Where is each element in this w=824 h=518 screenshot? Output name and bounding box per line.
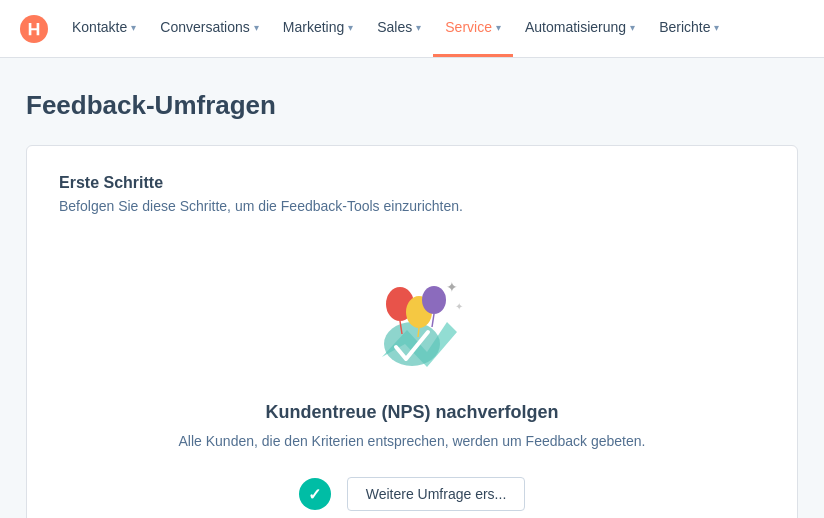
- completed-check-icon: ✓: [299, 478, 331, 510]
- nav-item-berichte[interactable]: Berichte ▾: [647, 0, 731, 57]
- nps-illustration: ✦ ✦: [352, 262, 472, 382]
- chevron-down-icon: ▾: [714, 22, 719, 33]
- card-heading: Erste Schritte: [59, 174, 765, 192]
- svg-text:✦: ✦: [446, 279, 458, 295]
- main-content: Feedback-Umfragen Erste Schritte Befolge…: [2, 58, 822, 518]
- nav-item-automatisierung[interactable]: Automatisierung ▾: [513, 0, 647, 57]
- nav-item-sales[interactable]: Sales ▾: [365, 0, 433, 57]
- nav-item-conversations[interactable]: Conversations ▾: [148, 0, 271, 57]
- card-subtext: Befolgen Sie diese Schritte, um die Feed…: [59, 198, 765, 214]
- chevron-down-icon: ▾: [348, 22, 353, 33]
- nav-menu: Kontakte ▾ Conversations ▾ Marketing ▾ S…: [60, 0, 731, 57]
- hubspot-logo[interactable]: [16, 11, 52, 47]
- svg-point-2: [384, 322, 440, 366]
- onboarding-card: Erste Schritte Befolgen Sie diese Schrit…: [26, 145, 798, 518]
- nps-description: Alle Kunden, die den Kriterien entsprech…: [179, 433, 646, 449]
- create-survey-button[interactable]: Weitere Umfrage ers...: [347, 477, 526, 511]
- chevron-down-icon: ▾: [630, 22, 635, 33]
- chevron-down-icon: ▾: [131, 22, 136, 33]
- nav-item-kontakte[interactable]: Kontakte ▾: [60, 0, 148, 57]
- nps-title: Kundentreue (NPS) nachverfolgen: [265, 402, 558, 423]
- action-row: ✓ Weitere Umfrage ers...: [299, 477, 526, 511]
- navbar: Kontakte ▾ Conversations ▾ Marketing ▾ S…: [0, 0, 824, 58]
- svg-text:✦: ✦: [455, 301, 463, 312]
- nav-item-marketing[interactable]: Marketing ▾: [271, 0, 365, 57]
- svg-line-8: [432, 314, 434, 327]
- svg-point-7: [422, 286, 446, 314]
- page-title: Feedback-Umfragen: [26, 90, 798, 121]
- illustration-area: ✦ ✦ Kundentreue (NPS) nachverfolgen Alle…: [59, 246, 765, 518]
- chevron-down-icon: ▾: [496, 22, 501, 33]
- svg-line-6: [418, 328, 419, 337]
- nav-item-service[interactable]: Service ▾: [433, 0, 513, 57]
- chevron-down-icon: ▾: [254, 22, 259, 33]
- chevron-down-icon: ▾: [416, 22, 421, 33]
